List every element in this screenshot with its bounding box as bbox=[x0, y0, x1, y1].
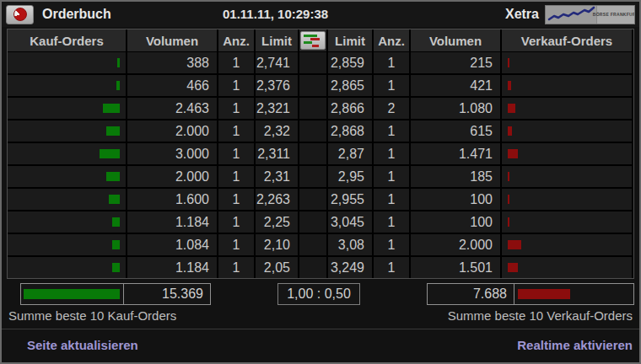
buy-total-bar bbox=[24, 289, 120, 299]
buy-count-cell: 1 bbox=[218, 98, 254, 119]
sell-volume-bar-cell bbox=[502, 211, 632, 233]
buy-volume-bar bbox=[117, 58, 120, 67]
sell-volume-cell: 100 bbox=[411, 189, 500, 210]
sell-volume-cell: 1.080 bbox=[411, 98, 500, 119]
orderbook-window: Orderbuch 01.11.11, 10:29:38 Xetra BÖRSE… bbox=[0, 0, 641, 364]
sell-summary: 7.688 bbox=[427, 283, 634, 305]
exchange-label: Xetra bbox=[505, 7, 539, 22]
buy-volume-bar bbox=[103, 104, 120, 113]
buy-volume-bar bbox=[106, 126, 120, 136]
footer-bar: Seite aktualisieren Realtime aktivieren bbox=[2, 329, 639, 362]
orderbook-grid: Kauf-Orders Volumen Anz. Limit Limit Anz… bbox=[7, 29, 634, 279]
sell-total-value: 7.688 bbox=[427, 283, 514, 305]
buy-volume-cell: 1.184 bbox=[127, 211, 217, 233]
buy-summary: 15.369 bbox=[20, 283, 211, 305]
spacer-cell bbox=[299, 211, 326, 233]
summary-row: 15.369 1,00 : 0,50 7.688 bbox=[2, 283, 639, 305]
header-limit-right: Limit bbox=[328, 29, 372, 51]
pie-chart-icon bbox=[13, 8, 27, 21]
sell-volume-bar bbox=[508, 217, 509, 227]
header-volumen-left: Volumen bbox=[127, 29, 217, 51]
logo-caption: BÖRSE FRANKFURT bbox=[596, 6, 634, 24]
datetime-label: 01.11.11, 10:29:38 bbox=[223, 7, 328, 21]
buy-volume-bar-cell bbox=[8, 234, 126, 255]
buy-limit-cell: 2,05 bbox=[256, 257, 298, 278]
buy-volume-cell: 2.463 bbox=[127, 98, 217, 119]
spacer-cell bbox=[299, 143, 326, 164]
sell-limit-cell: 2,95 bbox=[328, 166, 372, 187]
sell-count-cell: 1 bbox=[374, 52, 409, 73]
buy-count-cell: 1 bbox=[218, 120, 254, 142]
sell-volume-cell: 421 bbox=[411, 75, 500, 96]
sell-volume-cell: 100 bbox=[411, 211, 500, 233]
buy-count-cell: 1 bbox=[218, 234, 254, 255]
spacer-cell bbox=[299, 75, 326, 96]
buy-volume-cell: 3.000 bbox=[127, 143, 217, 164]
header-depth bbox=[299, 29, 326, 51]
buy-volume-bar-cell bbox=[8, 75, 126, 96]
sell-volume-cell: 2.000 bbox=[411, 234, 500, 255]
buy-limit-cell: 2,10 bbox=[256, 234, 298, 255]
buy-volume-bar-cell bbox=[8, 189, 126, 210]
sell-volume-bar-cell bbox=[502, 143, 632, 164]
buy-count-cell: 1 bbox=[218, 75, 254, 96]
buy-count-cell: 1 bbox=[218, 166, 254, 187]
sell-count-cell: 1 bbox=[374, 257, 409, 278]
sell-total-bar bbox=[518, 289, 570, 299]
buy-summary-label: Summe beste 10 Kauf-Orders bbox=[8, 308, 176, 324]
buy-volume-cell: 1.600 bbox=[127, 189, 217, 210]
sell-volume-bar bbox=[508, 149, 518, 158]
spacer-cell bbox=[299, 257, 326, 278]
buy-count-cell: 1 bbox=[218, 257, 254, 278]
buy-volume-cell: 466 bbox=[127, 75, 217, 96]
header-anz-right: Anz. bbox=[374, 29, 409, 51]
buy-volume-bar-cell bbox=[8, 166, 126, 187]
spacer-cell bbox=[299, 166, 326, 187]
activate-realtime-link[interactable]: Realtime aktivieren bbox=[517, 338, 633, 352]
buy-limit-cell: 2,25 bbox=[256, 211, 298, 233]
header-volumen-right: Volumen bbox=[411, 29, 500, 51]
buy-volume-cell: 1.184 bbox=[127, 257, 217, 278]
sell-volume-bar-cell bbox=[502, 52, 632, 73]
sell-limit-cell: 2,865 bbox=[328, 75, 372, 96]
app-menu-button[interactable] bbox=[6, 5, 34, 24]
sell-volume-cell: 615 bbox=[411, 120, 500, 142]
sell-count-cell: 1 bbox=[374, 189, 409, 210]
sell-volume-cell: 185 bbox=[411, 166, 500, 187]
sell-volume-bar bbox=[508, 240, 521, 249]
spacer-cell bbox=[299, 98, 326, 119]
sell-count-cell: 1 bbox=[374, 143, 409, 164]
buy-volume-bar-cell bbox=[8, 98, 126, 119]
depth-chart-icon bbox=[304, 35, 317, 37]
buy-volume-bar bbox=[109, 195, 120, 204]
buy-volume-bar-cell bbox=[8, 257, 126, 278]
buy-total-bar-cell bbox=[20, 283, 123, 305]
buy-limit-cell: 2,741 bbox=[256, 52, 298, 73]
buy-limit-cell: 2,32 bbox=[256, 120, 298, 142]
sell-volume-bar-cell bbox=[502, 234, 632, 255]
header-limit-left: Limit bbox=[256, 29, 298, 51]
sell-limit-cell: 2,868 bbox=[328, 120, 372, 142]
sell-volume-bar-cell bbox=[502, 98, 632, 119]
sell-count-cell: 1 bbox=[374, 120, 409, 142]
buy-volume-bar bbox=[106, 172, 120, 181]
buy-limit-cell: 2,31 bbox=[256, 166, 298, 187]
sell-count-cell: 1 bbox=[374, 75, 409, 96]
depth-chart-button[interactable] bbox=[300, 31, 326, 50]
sell-volume-bar-cell bbox=[502, 75, 632, 96]
buy-total-value: 15.369 bbox=[123, 283, 211, 305]
sell-count-cell: 1 bbox=[374, 234, 409, 255]
sell-summary-label: Summe beste 10 Verkauf-Orders bbox=[448, 308, 633, 324]
refresh-page-link[interactable]: Seite aktualisieren bbox=[27, 338, 138, 352]
buy-volume-bar bbox=[112, 217, 120, 227]
spacer-cell bbox=[299, 52, 326, 73]
buy-volume-bar bbox=[116, 81, 120, 90]
buy-count-cell: 1 bbox=[218, 52, 254, 73]
header-kauf-orders: Kauf-Orders bbox=[8, 29, 126, 51]
sell-limit-cell: 3,249 bbox=[328, 257, 372, 278]
buy-limit-cell: 2,311 bbox=[256, 143, 298, 164]
sell-volume-bar bbox=[508, 81, 511, 90]
spacer-cell bbox=[299, 120, 326, 142]
ratio-box: 1,00 : 0,50 bbox=[277, 283, 360, 305]
sell-count-cell: 1 bbox=[374, 166, 409, 187]
